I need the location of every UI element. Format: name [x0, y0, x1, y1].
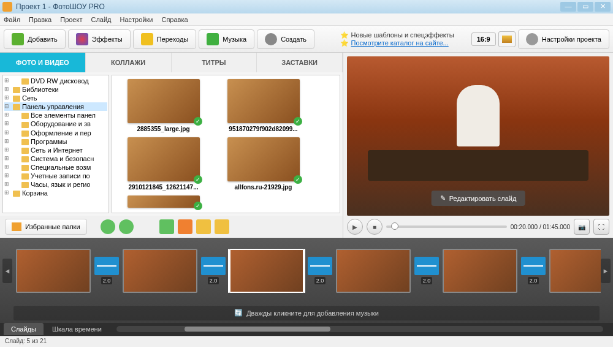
- maximize-button[interactable]: ▭: [577, 2, 593, 12]
- timeline-slide[interactable]: 5✎ ◄7.0: [229, 249, 304, 293]
- tab-intros[interactable]: ЗАСТАВКИ: [257, 53, 343, 72]
- folder-icon: [21, 131, 29, 137]
- timeline-slide[interactable]: 4✎ ◄7.0: [123, 249, 197, 293]
- timeline-slide[interactable]: 8✎ ◄: [549, 249, 601, 293]
- transition[interactable]: 2.0: [414, 257, 439, 284]
- title-bar: Проект 1 - ФотоШОУ PRO — ▭ ✕: [0, 0, 613, 13]
- snapshot-button[interactable]: 📷: [574, 219, 590, 235]
- transition-icon: [201, 257, 226, 275]
- nav-forward-icon[interactable]: [119, 219, 134, 234]
- thumbnail-name: 951870279f902d82099...: [216, 126, 311, 132]
- fullscreen-button[interactable]: ⛶: [593, 219, 609, 235]
- favorites-button[interactable]: Избранные папки: [5, 219, 87, 235]
- folder-icon[interactable]: [196, 219, 211, 234]
- transition-duration: 2.0: [314, 277, 326, 284]
- promo-link[interactable]: ⭐ Посмотрите каталог на сайте...: [340, 39, 454, 47]
- menu-settings[interactable]: Настройки: [120, 16, 153, 23]
- stop-button[interactable]: ■: [367, 219, 383, 235]
- tab-photo-video[interactable]: ФОТО И ВИДЕО: [0, 53, 86, 72]
- tab-slides[interactable]: Слайды: [4, 323, 44, 335]
- timeline-panel: ◄ ✎ ◄7.02.04✎ ◄7.02.05✎ ◄7.02.06✎ ◄7.02.…: [0, 238, 613, 336]
- thumbnail[interactable]: 2885355_large.jpg: [116, 79, 211, 132]
- tree-node[interactable]: Сеть: [4, 94, 107, 102]
- palette-icon: [76, 33, 88, 45]
- background-button[interactable]: [498, 31, 516, 47]
- menu-edit[interactable]: Правка: [29, 16, 51, 23]
- tree-node[interactable]: Учетные записи по: [4, 172, 107, 180]
- transition-duration: 2.0: [528, 277, 539, 284]
- promo-text: ⭐ Новые шаблоны и спецэффекты: [340, 31, 454, 39]
- folder-icon: [21, 156, 29, 162]
- download-icon[interactable]: [159, 219, 174, 234]
- thumbnail[interactable]: [116, 195, 211, 210]
- home-icon[interactable]: [178, 219, 192, 234]
- folder-tree[interactable]: DVD RW дисководБиблиотекиСетьПанель упра…: [2, 75, 109, 213]
- music-note-icon: [207, 33, 219, 45]
- menu-help[interactable]: Справка: [161, 16, 188, 23]
- tree-node[interactable]: Система и безопасн: [4, 154, 107, 163]
- folder-icon: [21, 148, 29, 154]
- thumbnail-name: 2885355_large.jpg: [116, 126, 211, 132]
- project-settings-button[interactable]: Настройки проекта: [518, 29, 609, 49]
- preview-panel: ✎ Редактировать слайд ▶ ■ 00:20.000 / 01…: [343, 53, 613, 238]
- timeline-scroll-right[interactable]: ►: [601, 259, 611, 283]
- tree-node[interactable]: Часы, язык и регио: [4, 180, 107, 189]
- folder-icon: [13, 191, 20, 197]
- folder-icon: [21, 113, 29, 119]
- slides-strip: ✎ ◄7.02.04✎ ◄7.02.05✎ ◄7.02.06✎ ◄7.02.07…: [12, 249, 601, 293]
- aspect-ratio-button[interactable]: 16:9: [471, 32, 496, 46]
- timeline-slide[interactable]: ✎ ◄7.0: [16, 249, 91, 293]
- thumbnail[interactable]: 951870279f902d82099...: [216, 79, 311, 132]
- tree-node[interactable]: Библиотеки: [4, 85, 107, 94]
- thumbnail[interactable]: 2910121845_12621147...: [116, 137, 211, 191]
- tree-node[interactable]: Сеть и Интернет: [4, 146, 107, 154]
- preview-image[interactable]: ✎ Редактировать слайд: [347, 56, 609, 216]
- thumbnail[interactable]: allfons.ru-21929.jpg: [216, 137, 311, 191]
- tree-node[interactable]: Программы: [4, 137, 107, 146]
- thumbnail-grid: 2885355_large.jpg951870279f902d82099...2…: [112, 75, 340, 213]
- transition[interactable]: 2.0: [94, 257, 119, 284]
- tab-timescale[interactable]: Шкала времени: [45, 323, 109, 335]
- minimize-button[interactable]: —: [560, 2, 576, 12]
- play-button[interactable]: ▶: [347, 219, 363, 235]
- timeline-slide[interactable]: 7✎ ◄7.0: [443, 249, 517, 293]
- create-button[interactable]: Создать: [257, 29, 314, 49]
- transition[interactable]: 2.0: [308, 257, 332, 284]
- thumbnail-image: [227, 79, 300, 123]
- timeline-scroll-left[interactable]: ◄: [2, 259, 12, 283]
- tree-node[interactable]: Оформление и пер: [4, 129, 107, 137]
- transition-icon: [94, 257, 119, 275]
- transition[interactable]: 2.0: [521, 257, 546, 284]
- add-button[interactable]: Добавить: [4, 29, 66, 49]
- folder-icon: [21, 78, 29, 85]
- effects-button[interactable]: Эффекты: [68, 29, 131, 49]
- folder-icon: [13, 87, 20, 93]
- music-button[interactable]: Музыка: [199, 29, 254, 49]
- thumbnail-image: [128, 137, 200, 181]
- transition-duration: 2.0: [101, 277, 113, 284]
- menu-slide[interactable]: Слайд: [91, 16, 111, 23]
- tree-node[interactable]: Корзина: [4, 189, 107, 197]
- tab-titles[interactable]: ТИТРЫ: [172, 53, 257, 72]
- timeline-slide[interactable]: 6✎ ◄7.0: [336, 249, 411, 293]
- menu-project[interactable]: Проект: [60, 16, 82, 23]
- close-button[interactable]: ✕: [595, 2, 611, 12]
- tree-node[interactable]: Все элементы панел: [4, 111, 107, 119]
- seek-slider[interactable]: [386, 226, 507, 228]
- tree-node[interactable]: Панель управления: [4, 102, 107, 111]
- music-track[interactable]: 🔄 Дважды кликните для добавления музыки: [13, 306, 600, 320]
- edit-slide-button[interactable]: ✎ Редактировать слайд: [432, 191, 525, 206]
- nav-back-icon[interactable]: [101, 219, 115, 234]
- folder-up-icon[interactable]: [215, 219, 229, 234]
- timeline-scrollbar[interactable]: [116, 326, 603, 332]
- tree-node[interactable]: DVD RW дисковод: [4, 77, 107, 85]
- menu-file[interactable]: Файл: [4, 16, 20, 23]
- tree-node[interactable]: Оборудование и зв: [4, 119, 107, 128]
- transitions-button[interactable]: Переходы: [133, 29, 197, 49]
- browser-toolbar: Избранные папки: [0, 216, 343, 238]
- tree-node[interactable]: Специальные возм: [4, 163, 107, 172]
- transition-duration: 2.0: [421, 277, 433, 284]
- transition[interactable]: 2.0: [201, 257, 226, 284]
- tab-collages[interactable]: КОЛЛАЖИ: [86, 53, 172, 72]
- main-toolbar: Добавить Эффекты Переходы Музыка Создать…: [0, 26, 613, 53]
